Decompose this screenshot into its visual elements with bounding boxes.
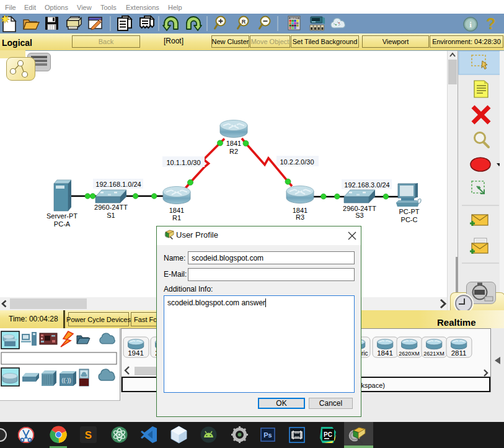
- svg-text:PC-PT: PC-PT: [399, 208, 420, 215]
- svg-text:Ps: Ps: [263, 431, 272, 439]
- svg-text:R1: R1: [172, 214, 181, 222]
- svg-text:1941: 1941: [128, 349, 144, 357]
- svg-text:i: i: [469, 20, 472, 29]
- svg-text:S3: S3: [355, 212, 363, 219]
- svg-text:2960-24TT: 2960-24TT: [94, 204, 128, 211]
- svg-text:192.168.3.0/24: 192.168.3.0/24: [344, 181, 389, 189]
- svg-text:192.168.1.0/24: 192.168.1.0/24: [95, 181, 141, 188]
- svg-text:R3: R3: [296, 213, 304, 221]
- svg-text:S: S: [85, 429, 92, 441]
- svg-text:1841: 1841: [377, 349, 393, 357]
- svg-text:2620XM: 2620XM: [399, 351, 420, 357]
- svg-text:10.2.2.0/30: 10.2.2.0/30: [280, 158, 314, 166]
- svg-text:PC-C: PC-C: [401, 216, 418, 223]
- svg-text:2811: 2811: [451, 349, 467, 357]
- svg-text:R2: R2: [229, 148, 238, 155]
- svg-text:Server-PT: Server-PT: [46, 212, 77, 220]
- svg-text:R: R: [242, 19, 246, 25]
- svg-text:PC: PC: [324, 431, 332, 438]
- svg-text:1841: 1841: [226, 140, 241, 147]
- svg-text:PC-A: PC-A: [54, 220, 71, 228]
- svg-text:S1: S1: [107, 212, 115, 219]
- svg-text:10.1.1.0/30: 10.1.1.0/30: [166, 159, 200, 166]
- svg-text:?: ?: [486, 15, 495, 32]
- svg-text:((·)): ((·)): [62, 377, 71, 383]
- svg-text:1841: 1841: [169, 207, 184, 214]
- svg-text:SELECT: SELECT: [290, 17, 298, 20]
- svg-text:2621XM: 2621XM: [423, 351, 444, 357]
